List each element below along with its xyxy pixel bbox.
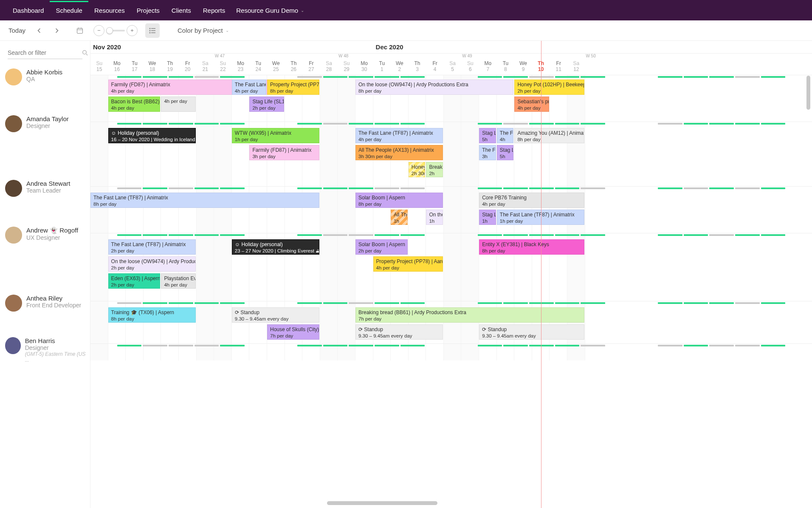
day-header[interactable]: Sa5: [444, 60, 462, 75]
booking[interactable]: ⟳ Standup9.30 – 9.45am every day: [232, 307, 319, 323]
timeline-row[interactable]: Training 🎓 (TX06) | Aspern8h per day⟳ St…: [90, 301, 812, 343]
booking[interactable]: The Fast Lane3h: [479, 145, 496, 160]
booking[interactable]: Solar Boom | Aspern2h per day: [355, 239, 408, 255]
day-header[interactable]: Fr4: [426, 60, 444, 75]
day-header[interactable]: We9: [514, 60, 532, 75]
nav-clients[interactable]: Clients: [166, 1, 197, 20]
timeline-row[interactable]: Farmily (FD87) | Animatrix4h per dayThe …: [90, 75, 812, 122]
search-input[interactable]: [8, 49, 82, 56]
booking[interactable]: Farmily (FD87) | Animatrix3h per day: [249, 145, 319, 160]
resource-row[interactable]: Andrea StewartTeam Leader: [0, 175, 90, 221]
booking[interactable]: Breaking bread2h: [426, 162, 443, 177]
booking[interactable]: Stag Life1h: [479, 210, 496, 225]
day-header[interactable]: Tu1: [373, 60, 391, 75]
booking[interactable]: Core PB76 Training4h per day: [479, 193, 584, 208]
day-header[interactable]: Mo7: [479, 60, 497, 75]
booking[interactable]: Stag Life (SL13)2h per day: [249, 96, 284, 112]
booking[interactable]: Entity X (EY381) | Black Keys8h per day: [479, 239, 584, 255]
today-button[interactable]: Today: [8, 27, 25, 34]
booking[interactable]: House of Skulls (City) (HF)7h per day: [267, 324, 319, 340]
booking[interactable]: Stag Life (SL13)5h: [479, 128, 496, 143]
resource-row[interactable]: Abbie KorbisQA: [0, 63, 90, 110]
timeline-row[interactable]: ☺ Holiday (personal)16 – 20 Nov 2020 | W…: [90, 122, 812, 186]
booking[interactable]: The Fast Lane (TF87) | Animatrix2h per d…: [108, 239, 196, 255]
booking[interactable]: ⟳ Standup9.30 – 9.45am every day: [355, 324, 443, 340]
zoom-in-button[interactable]: +: [127, 25, 138, 36]
booking[interactable]: The Fast Lane4h: [497, 128, 514, 143]
nav-resources[interactable]: Resources: [88, 1, 131, 20]
vertical-scrollbar[interactable]: [806, 76, 810, 110]
account-switcher[interactable]: Resource Guru Demo ⌄: [236, 7, 304, 14]
color-by-dropdown[interactable]: Color by Project ⌄: [178, 27, 229, 34]
day-header[interactable]: Tu24: [249, 60, 267, 75]
prev-button[interactable]: [32, 24, 46, 37]
resource-row[interactable]: Ben HarrisDesigner(GMT-5) Eastern Time (…: [0, 332, 90, 349]
day-header[interactable]: Fr27: [302, 60, 320, 75]
day-header[interactable]: Tu8: [497, 60, 515, 75]
zoom-handle[interactable]: [106, 27, 113, 34]
nav-projects[interactable]: Projects: [131, 1, 166, 20]
horizontal-scrollbar[interactable]: [89, 501, 804, 506]
resource-row[interactable]: Amanda TaylorDesigner: [0, 110, 90, 175]
booking[interactable]: Eden (EX63) | Aspern2h per day: [108, 273, 161, 289]
timeline-row[interactable]: The Fast Lane (TF87) | Animatrix8h per d…: [90, 186, 812, 233]
day-header[interactable]: Su6: [461, 60, 479, 75]
booking[interactable]: Honey Pot (102HP) | Beekeepers2h per day: [514, 79, 584, 95]
booking[interactable]: ☺ Holiday (personal)23 – 27 Nov 2020 | C…: [232, 239, 319, 255]
booking[interactable]: 4h per day: [161, 96, 195, 112]
booking[interactable]: On the loose1h: [426, 210, 443, 225]
booking[interactable]: Property Project (PP78) | Aardvark8h per…: [267, 79, 319, 95]
day-header[interactable]: We25: [267, 60, 285, 75]
booking[interactable]: Bacon is Best (BB62) | Ardy Productions4…: [108, 96, 161, 112]
day-header[interactable]: Th26: [285, 60, 303, 75]
timeline-row[interactable]: The Fast Lane (TF87) | Animatrix2h per d…: [90, 233, 812, 301]
calendar-picker-button[interactable]: [73, 24, 87, 37]
zoom-out-button[interactable]: −: [93, 25, 104, 36]
booking[interactable]: Playstation Event4h per day: [161, 273, 195, 289]
day-header[interactable]: Fr11: [550, 60, 567, 75]
day-header[interactable]: We2: [391, 60, 409, 75]
scroll-thumb[interactable]: [327, 501, 437, 505]
day-header[interactable]: Th3: [409, 60, 426, 75]
booking[interactable]: The Fast Lane (TF87) | Animatrix4h per d…: [355, 128, 443, 143]
booking[interactable]: On the loose (OW9474) | Ardy Productions…: [108, 256, 196, 272]
day-header[interactable]: Sa21: [197, 60, 214, 75]
day-header[interactable]: Mo16: [108, 60, 126, 75]
booking[interactable]: Stag Life5h: [497, 145, 514, 160]
booking[interactable]: Sebastian's project4h per day: [514, 96, 549, 112]
booking[interactable]: The Fast Lane (TF87) | Animatrix1h per d…: [497, 210, 584, 225]
booking[interactable]: Breaking bread (BB61) | Ardy Productions…: [355, 307, 584, 323]
booking[interactable]: Amazing You (AM12) | Animatrix8h per day: [514, 128, 584, 143]
booking[interactable]: The Fast Lane (TF87) | Animatrix4h per d…: [232, 79, 266, 95]
day-header[interactable]: Su22: [214, 60, 232, 75]
next-button[interactable]: [50, 24, 64, 37]
day-header[interactable]: Tu17: [126, 60, 144, 75]
booking[interactable]: Honey Pot2h 30m: [409, 162, 426, 177]
booking[interactable]: ☺ Holiday (personal)16 – 20 Nov 2020 | W…: [108, 128, 196, 143]
resource-row[interactable]: Andrew 👻 RogoffUX Designer: [0, 221, 90, 289]
day-header[interactable]: Sa12: [567, 60, 585, 75]
booking[interactable]: On the loose (OW9474) | Ardy Productions…: [355, 79, 513, 95]
nav-schedule[interactable]: Schedule: [50, 1, 88, 20]
resource-row[interactable]: Anthea RileyFront End Developer: [0, 289, 90, 332]
day-header[interactable]: Mo23: [232, 60, 250, 75]
booking[interactable]: ⟳ Standup9.30 – 9.45am every day: [479, 324, 584, 340]
booking[interactable]: All The People1h: [391, 210, 408, 225]
booking[interactable]: Solar Boom | Aspern8h per day: [355, 193, 443, 208]
booking[interactable]: The Fast Lane (TF87) | Animatrix8h per d…: [90, 193, 319, 208]
search-filter[interactable]: [8, 49, 82, 59]
legend-toggle-button[interactable]: [145, 23, 160, 38]
booking[interactable]: WTW (WX95) | Animatrix1h per day: [232, 128, 319, 143]
nav-dashboard[interactable]: Dashboard: [7, 1, 50, 20]
day-header[interactable]: Su29: [338, 60, 355, 75]
booking[interactable]: Property Project (PP78) | Aardvark4h per…: [373, 256, 443, 272]
timeline-row[interactable]: [90, 343, 812, 360]
day-header[interactable]: We18: [144, 60, 161, 75]
booking[interactable]: Training 🎓 (TX06) | Aspern8h per day: [108, 307, 196, 323]
day-header[interactable]: Su15: [90, 60, 108, 75]
day-header[interactable]: Th19: [161, 60, 179, 75]
booking[interactable]: All The People (AX13) | Animatrix3h 30m …: [355, 145, 443, 160]
zoom-slider[interactable]: [106, 30, 125, 31]
day-header[interactable]: Fr20: [179, 60, 197, 75]
day-header[interactable]: Sa28: [320, 60, 338, 75]
